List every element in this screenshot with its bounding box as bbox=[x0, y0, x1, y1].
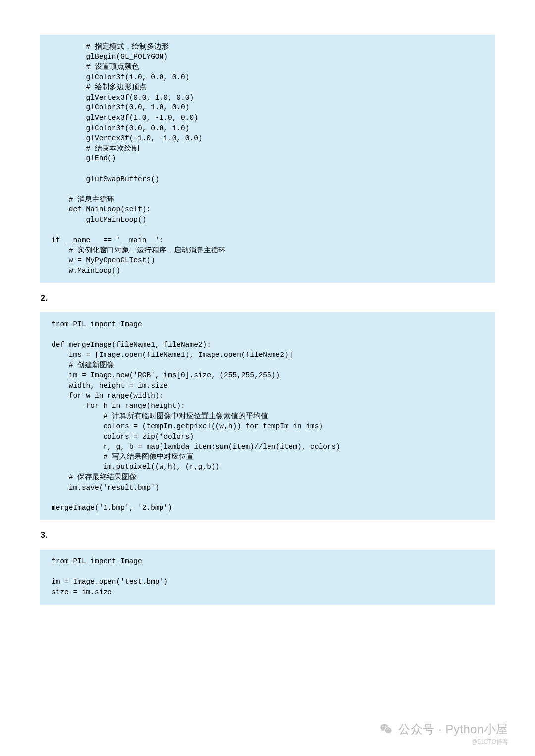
section-heading-3: 3. bbox=[41, 531, 495, 540]
watermark-text: 公众号 · Python小屋 bbox=[398, 721, 508, 737]
code-block-2: from PIL import Image def mergeImage(fil… bbox=[40, 312, 495, 520]
sub-watermark: @51CTO博客 bbox=[471, 738, 508, 746]
code-block-3: from PIL import Image im = Image.open('t… bbox=[40, 550, 495, 604]
section-heading-2: 2. bbox=[41, 294, 495, 302]
wechat-icon bbox=[379, 722, 393, 736]
watermark: 公众号 · Python小屋 bbox=[379, 721, 508, 737]
code-block-1: # 指定模式，绘制多边形 glBegin(GL_POLYGON) # 设置顶点颜… bbox=[40, 35, 495, 283]
